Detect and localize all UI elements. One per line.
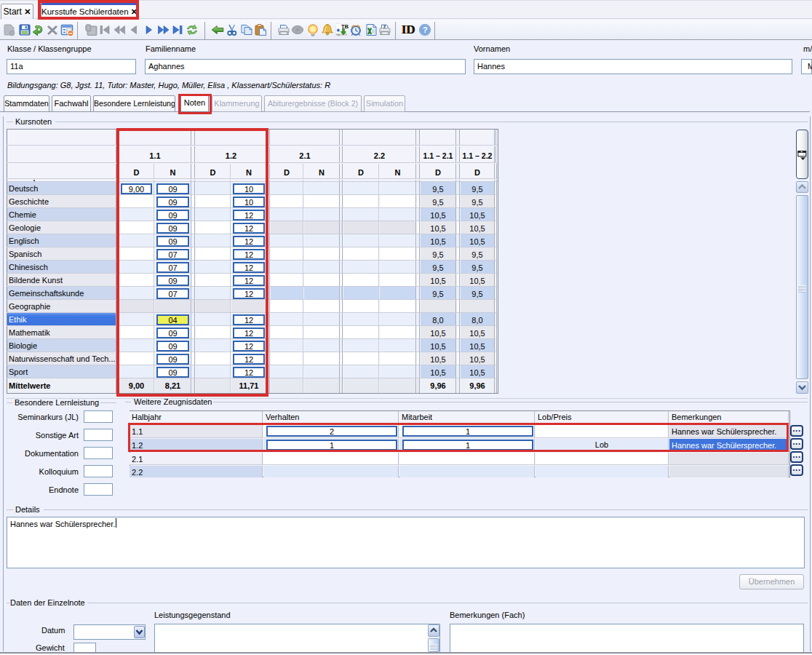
svg-text:NACHTR: NACHTR xyxy=(336,33,347,36)
svg-text:?: ? xyxy=(423,25,428,34)
